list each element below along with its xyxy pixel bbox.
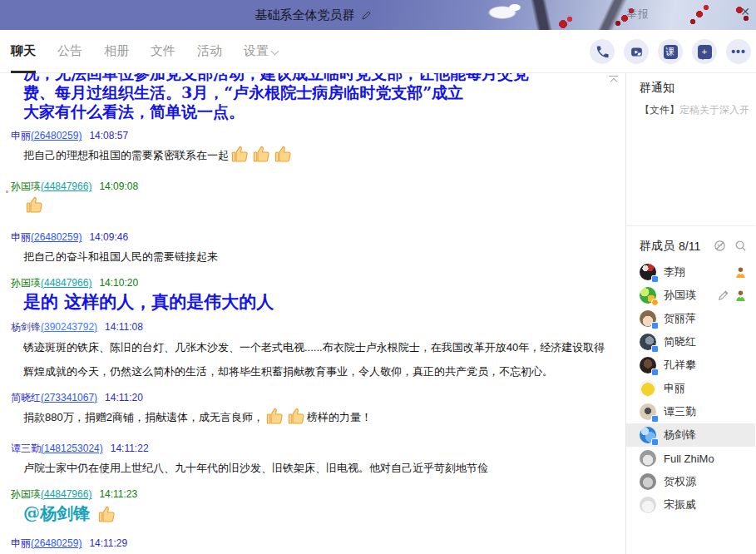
member-row-icons bbox=[734, 266, 747, 279]
tab-公告[interactable]: 公告 bbox=[57, 30, 82, 73]
sender-name: 申丽 bbox=[11, 130, 31, 141]
group-notice-section: 群通知 【文件】定稿关于深入开... bbox=[626, 73, 755, 226]
message-body: 况，无法回单位参加党支部活动，建议成立临时党支部，让他能每月交党费、每月过组织生… bbox=[23, 73, 619, 121]
sender-qq-link[interactable]: (273341067) bbox=[41, 392, 97, 403]
admin-person-icon bbox=[734, 289, 747, 302]
close-icon[interactable]: ✕ bbox=[740, 6, 750, 17]
thumbs-up-emoji bbox=[264, 406, 284, 434]
member-row-孙国瑛[interactable]: 孙国瑛 bbox=[626, 284, 755, 307]
member-avatar bbox=[640, 334, 656, 350]
member-avatar bbox=[640, 403, 656, 420]
dots-glyph: ••• bbox=[731, 47, 746, 56]
sender-qq-link[interactable]: (26480259) bbox=[31, 130, 82, 141]
message-header: 孙国瑛(44847966)14:11:23 bbox=[11, 487, 619, 502]
member-name: 孔祥攀 bbox=[664, 358, 696, 373]
message-body: 是的 这样的人，真的是伟大的人 bbox=[23, 291, 619, 313]
tab-相册[interactable]: 相册 bbox=[104, 30, 129, 73]
member-row-宋振威[interactable]: 宋振威 bbox=[626, 493, 755, 517]
qq-group-chat-window: 基础系全体党员群 举报 ✕ 聊天公告相册文件活动设置 课+••• 况，无法回单位… bbox=[0, 0, 756, 554]
tab-活动[interactable]: 活动 bbox=[197, 30, 222, 73]
member-row-孔祥攀[interactable]: 孔祥攀 bbox=[626, 354, 755, 377]
edit-title-icon[interactable] bbox=[361, 10, 372, 21]
tab-文件[interactable]: 文件 bbox=[151, 30, 175, 73]
thumbs-up-emoji bbox=[286, 406, 306, 434]
sender-qq-link[interactable]: (44847966) bbox=[41, 488, 91, 500]
group-notice-item[interactable]: 【文件】定稿关于深入开... bbox=[640, 103, 749, 117]
sender-name: 杨剑锋 bbox=[11, 321, 41, 333]
member-row-谭三勤[interactable]: 谭三勤 bbox=[626, 400, 755, 423]
chat-message: 孙国瑛(44847966)14:10:20是的 这样的人，真的是伟大的人 bbox=[11, 276, 619, 313]
class-icon[interactable]: 课 bbox=[658, 39, 683, 64]
blue-status-badge bbox=[651, 438, 659, 446]
members-title: 群成员 bbox=[640, 239, 674, 254]
member-avatar bbox=[640, 450, 656, 467]
sender-qq-link[interactable]: (1481253024) bbox=[41, 443, 103, 454]
sender-qq-link[interactable]: (44847966) bbox=[41, 181, 91, 192]
message-header: 孙国瑛(44847966)14:10:20 bbox=[11, 276, 619, 290]
member-name: 贺权源 bbox=[664, 474, 696, 489]
message-body: 卢院士家中仍在使用上世纪八、九十年代的旧沙发、旧铁架床、旧电视。他对自己近乎苛刻… bbox=[23, 457, 619, 480]
member-avatar bbox=[640, 473, 656, 490]
member-row-Full ZhiMo[interactable]: Full ZhiMo bbox=[626, 447, 755, 470]
group-notice-title: 群通知 bbox=[640, 81, 749, 96]
video-call-icon[interactable] bbox=[624, 39, 649, 64]
member-row-申丽[interactable]: 申丽 bbox=[626, 377, 755, 400]
message-body: @杨剑锋 bbox=[23, 502, 619, 529]
sender-qq-link[interactable]: (26480259) bbox=[31, 231, 82, 243]
member-row-贺权源[interactable]: 贺权源 bbox=[626, 470, 755, 493]
message-time: 14:08:57 bbox=[89, 130, 128, 141]
message-text: 把自己的理想和祖国的需要紧密联系在一起 bbox=[23, 149, 229, 161]
sender-qq-link[interactable]: (390243792) bbox=[41, 321, 97, 333]
tab-聊天[interactable]: 聊天 bbox=[11, 30, 36, 73]
message-header: 谭三勤(1481253024)14:11:22 bbox=[11, 442, 619, 456]
message-time: 14:11:20 bbox=[105, 392, 143, 403]
member-row-李翔[interactable]: 李翔 bbox=[626, 260, 755, 284]
message-body bbox=[23, 195, 619, 223]
post-icon[interactable]: + bbox=[692, 39, 717, 64]
member-name: 谭三勤 bbox=[664, 404, 696, 419]
chat-message: 申丽(26480259)14:08:57把自己的理想和祖国的需要紧密联系在一起 bbox=[11, 129, 619, 172]
thumbs-up-emoji bbox=[96, 504, 116, 529]
thumbs-up-emoji bbox=[230, 144, 250, 172]
chat-message: 况，无法回单位参加党支部活动，建议成立临时党支部，让他能每月交党费、每月过组织生… bbox=[11, 73, 619, 121]
member-avatar bbox=[640, 357, 656, 373]
sender-qq-link[interactable]: (26480259) bbox=[31, 537, 82, 549]
member-avatar bbox=[640, 380, 656, 397]
member-avatar bbox=[640, 287, 656, 304]
message-header: 申丽(26480259)14:11:29 bbox=[11, 537, 619, 551]
message-time: 14:10:20 bbox=[99, 277, 138, 289]
message-text: 辉煌成就的今天，仍然这么简朴的生活，却将毕生积蓄捐献教育事业，令人敬仰，真正的共… bbox=[23, 365, 553, 378]
blue-status-badge bbox=[651, 275, 659, 283]
sender-name: 孙国瑛 bbox=[11, 181, 41, 192]
message-header: 孙国瑛(44847966)14:09:08 bbox=[11, 180, 619, 194]
tab-设置[interactable]: 设置 bbox=[244, 30, 279, 73]
voice-call-icon[interactable] bbox=[590, 39, 615, 64]
message-text: 把自己的奋斗和祖国人民的需要链接起来 bbox=[23, 250, 218, 263]
member-row-贺丽萍[interactable]: 贺丽萍 bbox=[626, 307, 755, 330]
message-text: 是的 这样的人，真的是伟大的人 bbox=[23, 291, 274, 312]
member-name: 李翔 bbox=[664, 265, 685, 279]
report-link[interactable]: 举报 bbox=[626, 7, 650, 22]
message-header: 申丽(26480259)14:08:57 bbox=[11, 129, 619, 143]
class-glyph: 课 bbox=[664, 45, 678, 59]
notice-file-tag: 【文件】 bbox=[640, 104, 679, 116]
more-icon[interactable]: ••• bbox=[726, 39, 751, 64]
member-row-简晓红[interactable]: 简晓红 bbox=[626, 330, 755, 354]
typing-pencil-icon bbox=[718, 289, 729, 301]
search-icon[interactable] bbox=[734, 240, 747, 252]
member-list: 李翔孙国瑛贺丽萍简晓红孔祥攀申丽谭三勤杨剑锋Full ZhiMo贺权源宋振威 bbox=[626, 260, 755, 517]
message-body: 锈迹斑斑的铁床、陈旧的台灯、几张木沙发、一个老式电视......布衣院士卢永根院… bbox=[23, 335, 619, 383]
blue-status-badge bbox=[651, 345, 659, 353]
member-name: 申丽 bbox=[664, 381, 685, 396]
member-row-杨剑锋[interactable]: 杨剑锋 bbox=[626, 423, 755, 447]
plus-glyph: + bbox=[698, 45, 712, 59]
sender-qq-link[interactable]: (44847966) bbox=[41, 277, 91, 289]
scroll-to-top-icon[interactable] bbox=[609, 76, 618, 84]
message-body: 捐款880万，捐赠2商铺，捐献遗体，成无言良师，榜样的力量！ bbox=[23, 406, 619, 434]
thumbs-up-emoji bbox=[251, 144, 271, 172]
group-title: 基础系全体党员群 bbox=[255, 7, 355, 23]
member-name: 贺丽萍 bbox=[664, 311, 696, 326]
blue-status-badge bbox=[651, 369, 659, 376]
anonymous-icon[interactable] bbox=[714, 240, 726, 252]
member-avatar bbox=[640, 427, 656, 443]
